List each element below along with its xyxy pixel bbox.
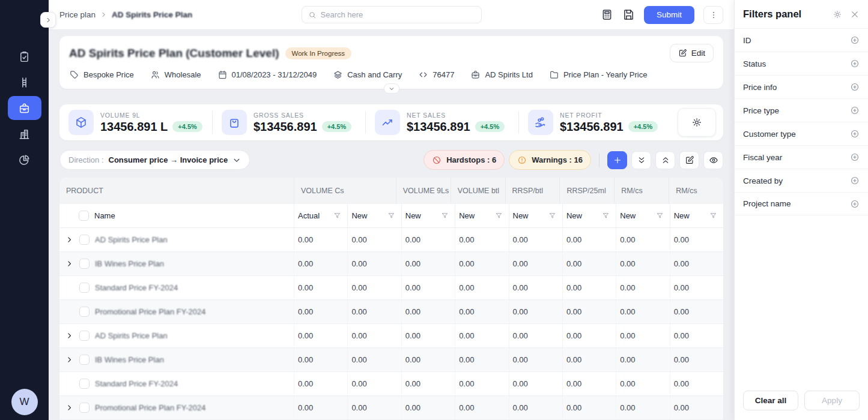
cell-value[interactable]: 0.00 [670,276,723,299]
expand-row-button[interactable] [65,356,75,364]
row-checkbox[interactable] [79,259,90,269]
cell-value[interactable]: 0.00 [401,252,455,275]
select-all-checkbox[interactable] [79,211,89,221]
filters-settings-button[interactable] [833,10,842,19]
row-checkbox[interactable] [79,355,90,365]
cell-value[interactable]: 0.00 [294,252,347,275]
expand-row-button[interactable] [65,260,75,268]
sidebar-item-ladder[interactable] [8,70,41,94]
sidebar-item-organization[interactable] [8,122,41,146]
filter-item-status[interactable]: Status [735,52,868,75]
cell-value[interactable]: 0.00 [562,252,616,275]
filter-item-created-by[interactable]: Created by [735,169,868,192]
cell-value[interactable]: 0.00 [401,276,455,299]
cell-value[interactable]: 0.00 [616,228,669,251]
filter-item-fiscal-year[interactable]: Fiscal year [735,145,868,169]
expand-row-button[interactable] [65,404,75,412]
filter-icon[interactable] [495,212,503,220]
row-checkbox[interactable] [79,331,90,341]
sidebar-item-analytics[interactable] [8,148,41,172]
cell-value[interactable]: 0.00 [562,300,616,323]
cell-value[interactable]: 0.00 [455,276,508,299]
cell-value[interactable]: 0.00 [509,324,562,347]
cell-value[interactable]: 0.00 [294,324,347,347]
row-checkbox[interactable] [79,403,90,413]
visibility-button[interactable] [703,151,723,169]
cell-value[interactable]: 0.00 [562,396,616,419]
cell-value[interactable]: 0.00 [294,348,347,371]
more-options-button[interactable] [703,6,723,24]
cell-value[interactable]: 0.00 [616,324,669,347]
cell-value[interactable]: 0.00 [509,348,562,371]
cell-value[interactable]: 0.00 [347,300,401,323]
filter-icon[interactable] [333,212,341,220]
filters-close-button[interactable] [850,10,860,19]
cell-value[interactable]: 0.00 [294,228,347,251]
row-checkbox[interactable] [79,283,90,293]
filter-icon[interactable] [602,212,610,220]
cell-value[interactable]: 0.00 [509,300,562,323]
cell-value[interactable]: 0.00 [401,228,455,251]
cell-value[interactable]: 0.00 [401,348,455,371]
cell-value[interactable]: 0.00 [670,252,723,275]
cell-value[interactable]: 0.00 [562,276,616,299]
filter-icon[interactable] [656,212,664,220]
submit-button[interactable]: Submit [644,6,694,24]
calculator-button[interactable] [601,8,613,21]
cell-value[interactable]: 0.00 [509,396,562,419]
cell-value[interactable]: 0.00 [455,300,508,323]
filter-icon[interactable] [709,212,717,220]
row-checkbox[interactable] [79,235,90,245]
cell-value[interactable]: 0.00 [401,396,455,419]
filter-item-id[interactable]: ID [735,28,868,52]
cell-value[interactable]: 0.00 [616,276,669,299]
clear-all-button[interactable]: Clear all [743,391,798,410]
add-row-button[interactable] [607,151,627,169]
cell-value[interactable]: 0.00 [670,348,723,371]
cell-value[interactable]: 0.00 [347,252,401,275]
row-checkbox[interactable] [79,379,90,389]
cell-value[interactable]: 0.00 [294,300,347,323]
cell-value[interactable]: 0.00 [509,372,562,395]
cell-value[interactable]: 0.00 [670,300,723,323]
cell-value[interactable]: 0.00 [401,300,455,323]
cell-value[interactable]: 0.00 [455,372,508,395]
cell-value[interactable]: 0.00 [509,276,562,299]
cell-value[interactable]: 0.00 [455,396,508,419]
warnings-badge[interactable]: Warnings : 16 [509,150,591,170]
filter-item-price-info[interactable]: Price info [735,75,868,98]
cell-value[interactable]: 0.00 [562,372,616,395]
cell-value[interactable]: 0.00 [294,276,347,299]
edit-button[interactable]: Edit [670,44,714,62]
cell-value[interactable]: 0.00 [347,372,401,395]
hardstops-badge[interactable]: Hardstops : 6 [423,150,505,170]
cell-value[interactable]: 0.00 [401,324,455,347]
avatar[interactable]: W [11,389,38,415]
cell-value[interactable]: 0.00 [616,372,669,395]
cell-value[interactable]: 0.00 [347,324,401,347]
filter-icon[interactable] [548,212,556,220]
cell-value[interactable]: 0.00 [347,276,401,299]
breadcrumb-parent[interactable]: Price plan [59,10,96,19]
edit-table-button[interactable] [679,151,699,169]
cell-value[interactable]: 0.00 [455,324,508,347]
cell-value[interactable]: 0.00 [562,228,616,251]
cell-value[interactable]: 0.00 [616,348,669,371]
cell-value[interactable]: 0.00 [670,396,723,419]
filter-item-project-name[interactable]: Project name [735,192,868,215]
cell-value[interactable]: 0.00 [455,348,508,371]
cell-value[interactable]: 0.00 [509,228,562,251]
expand-row-button[interactable] [65,332,75,340]
row-checkbox[interactable] [79,307,90,317]
expand-row-button[interactable] [65,236,75,244]
cell-value[interactable]: 0.00 [562,324,616,347]
apply-button[interactable]: Apply [804,391,860,410]
direction-dropdown[interactable]: Direction : Consumer price → Invoice pri… [59,150,250,170]
kpi-settings-button[interactable] [678,108,716,137]
collapse-header-button[interactable] [384,83,399,94]
expand-all-button[interactable] [631,151,651,169]
cell-value[interactable]: 0.00 [509,252,562,275]
cell-value[interactable]: 0.00 [670,324,723,347]
cell-value[interactable]: 0.00 [670,372,723,395]
cell-value[interactable]: 0.00 [294,372,347,395]
